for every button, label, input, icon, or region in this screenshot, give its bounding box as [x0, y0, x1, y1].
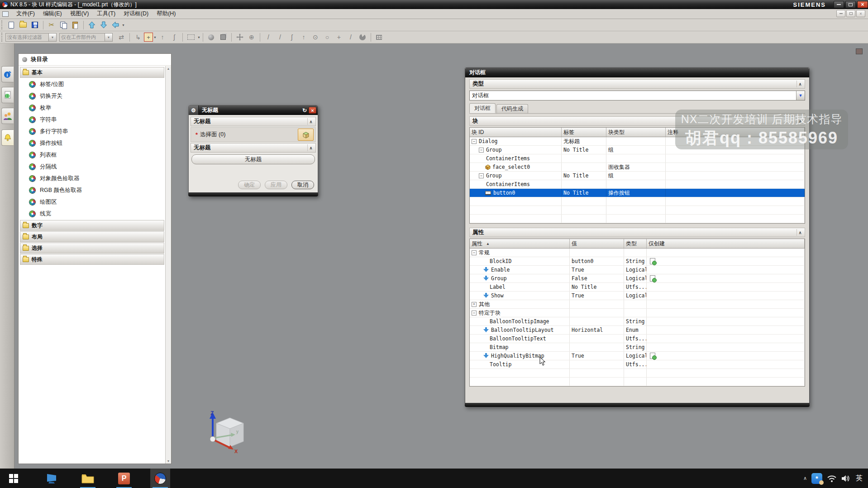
axis-icon[interactable]: ↑ — [298, 32, 309, 43]
dialog-resize-grip[interactable] — [188, 192, 318, 196]
cut-button[interactable]: ✂ — [46, 19, 57, 30]
sort-ascending-icon[interactable]: ▲ — [486, 242, 490, 246]
palette-item-label-bitmap[interactable]: 标签/位图 — [20, 78, 164, 90]
tray-qq-icon[interactable]: * — [811, 473, 822, 484]
menu-help[interactable]: 帮助(H) — [153, 9, 180, 19]
menu-file[interactable]: 文件(F) — [12, 9, 39, 19]
collapse-expander-icon[interactable]: − — [479, 148, 484, 153]
snap-curve-icon[interactable]: ʃ — [169, 32, 180, 43]
prop-row-group[interactable]: Group False Logical — [470, 274, 805, 283]
tree-row-face-select0[interactable]: face_select0 面收集器 — [470, 163, 805, 172]
tray-chevron-icon[interactable]: ∧ — [803, 475, 807, 481]
prop-group-block-specific[interactable]: −特定于块 — [470, 309, 805, 317]
collapse-chevron-icon[interactable]: ∧ — [796, 81, 803, 87]
child-minimize-button[interactable] — [836, 10, 845, 17]
resource-tab-roles[interactable] — [1, 108, 14, 124]
prop-row-balloontooltiplayout[interactable]: BalloonTooltipLayout Horizontal Enum — [470, 326, 805, 335]
collapse-expander-icon[interactable]: − — [479, 173, 484, 178]
reset-icon[interactable]: ↻ — [302, 107, 307, 114]
tab-code-generation[interactable]: 代码生成 — [496, 104, 528, 113]
type-section-header[interactable]: 类型 ∧ — [469, 79, 805, 89]
collapse-expander-icon[interactable]: − — [472, 311, 477, 316]
move-up-button[interactable] — [86, 19, 97, 30]
taskbar-powerpoint-icon[interactable]: P — [114, 469, 134, 488]
taskbar-pc-icon[interactable] — [42, 469, 62, 488]
scroll-down-icon[interactable]: ▼ — [166, 459, 171, 463]
palette-scrollbar[interactable]: ▲ ▼ — [165, 66, 171, 464]
circle-center-icon[interactable]: ⊙ — [310, 32, 321, 43]
type-combo-dropdown[interactable]: ▼ — [796, 91, 805, 100]
ok-button[interactable]: 确定 — [238, 181, 261, 189]
palette-item-toggle[interactable]: 切换开关 — [20, 90, 164, 102]
prop-row-blockid[interactable]: BlockID button0 String — [470, 257, 805, 266]
properties-section-header[interactable]: 属性 ∧ — [469, 228, 805, 237]
start-button[interactable] — [4, 469, 24, 488]
scroll-up-icon[interactable]: ▲ — [166, 67, 171, 70]
face-select-button[interactable] — [298, 129, 314, 141]
gear-icon[interactable]: ⚙ — [189, 105, 199, 115]
line2-icon[interactable]: / — [275, 32, 286, 43]
dialog-group2-header[interactable]: 无标题 ∧ — [191, 143, 316, 153]
palette-item-drawing-area[interactable]: 绘图区 — [20, 196, 164, 208]
tree-row-containeritems1[interactable]: ContainerItems — [470, 154, 805, 163]
collapse-chevron-icon[interactable]: ∧ — [307, 118, 314, 125]
selection-filter-combo[interactable]: 没有选择过滤器 ▼ — [5, 33, 57, 42]
snap-arrow-icon[interactable]: ↳ — [133, 32, 143, 43]
collapse-chevron-icon[interactable]: ∧ — [796, 229, 803, 236]
pan-icon[interactable] — [234, 32, 245, 43]
save-button[interactable] — [29, 19, 40, 30]
minimize-button[interactable] — [834, 1, 844, 8]
speaker-icon[interactable] — [841, 474, 851, 483]
new-file-button[interactable] — [6, 19, 17, 30]
category-selection[interactable]: 选择 — [20, 243, 164, 254]
snap-point-toggle[interactable]: + — [144, 33, 153, 42]
child-window-icon[interactable] — [2, 11, 9, 17]
point-icon[interactable]: + — [334, 32, 344, 43]
collapse-chevron-icon[interactable]: ∧ — [307, 144, 314, 151]
menu-tools[interactable]: 工具(T) — [93, 9, 119, 19]
menu-view[interactable]: 视图(V) — [66, 9, 93, 19]
close-button[interactable]: × — [857, 1, 868, 8]
tree-row-button0-selected[interactable]: button0 No Title 操作按钮 — [470, 189, 805, 197]
combo-dropdown-button[interactable]: ▼ — [48, 33, 56, 41]
selection-scope-combo[interactable]: 仅在工作部件内 ▼ — [59, 33, 113, 42]
resource-tab-info[interactable]: i — [1, 66, 14, 82]
input-language-indicator[interactable]: 英 — [856, 474, 863, 483]
child-close-button[interactable]: × — [856, 10, 865, 17]
snap-pair-icon[interactable]: ⇄ — [116, 32, 127, 43]
palette-item-separator[interactable]: 分隔线 — [20, 161, 164, 172]
untitled-action-button[interactable]: 无标题 — [191, 154, 315, 164]
menu-edit[interactable]: 编辑(E) — [39, 9, 66, 19]
palette-item-multiline-string[interactable]: 多行字符串 — [20, 125, 164, 137]
collapse-expander-icon[interactable]: − — [472, 250, 477, 255]
tree-row-containeritems2[interactable]: ContainerItems — [470, 180, 805, 189]
editor-resize-grip[interactable] — [465, 403, 810, 407]
taskbar-nx-icon-active[interactable] — [150, 469, 170, 488]
cancel-button[interactable]: 取消 — [291, 181, 314, 189]
collapse-expander-icon[interactable]: − — [472, 139, 477, 144]
prop-group-general[interactable]: −常规 — [470, 249, 805, 257]
category-special[interactable]: 特殊 — [20, 254, 164, 265]
prop-row-label[interactable]: Label No Title Utfs... — [470, 283, 805, 292]
palette-item-rgb-color-picker[interactable]: RGB 颜色拾取器 — [20, 184, 164, 196]
prop-row-show[interactable]: Show True Logical — [470, 292, 805, 300]
copy-button[interactable] — [58, 19, 69, 30]
circle-icon[interactable]: ○ — [322, 32, 333, 43]
toolbar-drag-handle[interactable] — [1, 20, 3, 29]
wifi-icon[interactable] — [827, 474, 837, 483]
category-basic[interactable]: 基本 — [20, 67, 164, 78]
shaded-sphere-icon[interactable] — [206, 32, 217, 43]
taskbar-file-explorer-icon[interactable] — [78, 469, 98, 488]
apply-button[interactable]: 应用 — [265, 181, 287, 189]
prop-row-bitmap[interactable]: Bitmap String — [470, 343, 805, 352]
rectangle-select-icon[interactable] — [186, 32, 196, 43]
move-down-button[interactable] — [98, 19, 109, 30]
combo-dropdown-button[interactable]: ▼ — [105, 33, 112, 41]
toolbar-overflow-arrow[interactable]: ▼ — [122, 24, 125, 27]
dialog-close-icon[interactable]: × — [309, 107, 316, 114]
line-icon[interactable]: / — [263, 32, 274, 43]
palette-item-listbox[interactable]: 列表框 — [20, 149, 164, 161]
rectangle-select-dropdown[interactable]: ▼ — [197, 36, 200, 39]
snap-end-icon[interactable]: ↑ — [157, 32, 168, 43]
dialog-group1-header[interactable]: 无标题 ∧ — [191, 117, 316, 126]
